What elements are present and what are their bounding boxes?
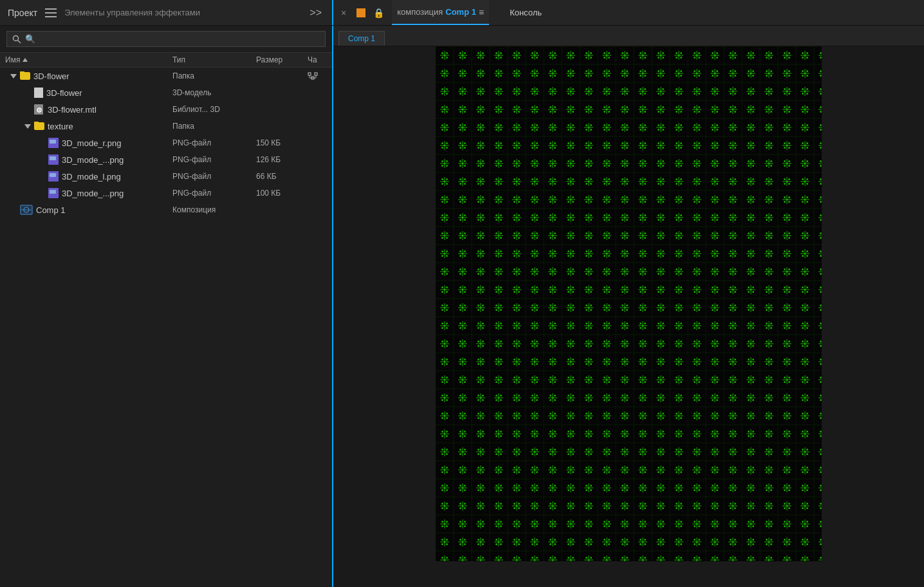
svg-point-473 bbox=[640, 88, 642, 90]
svg-point-3185 bbox=[572, 399, 574, 401]
svg-point-2525 bbox=[536, 322, 538, 324]
svg-point-909 bbox=[513, 147, 515, 149]
svg-point-4526 bbox=[712, 539, 714, 541]
svg-point-270 bbox=[531, 70, 533, 72]
svg-point-3207 bbox=[624, 397, 626, 399]
svg-point-1377 bbox=[482, 196, 484, 198]
list-item[interactable]: 3D_mode_...pngPNG-файл126 КБ bbox=[0, 151, 332, 168]
svg-point-3382 bbox=[660, 415, 662, 417]
svg-point-3478 bbox=[495, 435, 497, 437]
svg-point-2044 bbox=[536, 273, 538, 275]
svg-point-2413 bbox=[662, 304, 664, 306]
svg-point-4240 bbox=[806, 503, 808, 505]
svg-point-3318 bbox=[500, 417, 502, 419]
svg-point-3324 bbox=[513, 417, 515, 419]
list-item[interactable]: Comp 1Композиция bbox=[0, 201, 332, 218]
svg-point-4554 bbox=[784, 539, 786, 541]
svg-point-4235 bbox=[788, 507, 790, 509]
svg-point-214 bbox=[802, 52, 804, 54]
svg-point-349 bbox=[730, 75, 732, 77]
svg-point-1240 bbox=[534, 181, 536, 183]
svg-point-1778 bbox=[680, 237, 682, 239]
svg-point-2108 bbox=[696, 271, 698, 273]
svg-point-3701 bbox=[662, 449, 664, 451]
svg-point-1657 bbox=[788, 214, 790, 216]
svg-point-2577 bbox=[660, 325, 662, 327]
svg-point-3886 bbox=[714, 469, 716, 471]
svg-point-3247 bbox=[730, 399, 732, 401]
svg-point-1301 bbox=[694, 183, 696, 185]
search-input[interactable] bbox=[25, 34, 320, 44]
svg-point-1819 bbox=[784, 237, 786, 239]
tree-arrow-icon[interactable] bbox=[10, 74, 17, 79]
list-item[interactable]: 3D_mode_r.pngPNG-файл150 КБ bbox=[0, 135, 332, 151]
svg-point-2148 bbox=[802, 273, 804, 275]
list-item[interactable]: 3D-flowerПапка bbox=[0, 68, 332, 84]
composition-tab[interactable]: композиция Comp 1 ≡ bbox=[392, 0, 489, 25]
svg-point-3805 bbox=[513, 467, 515, 469]
tree-arrow-icon[interactable] bbox=[24, 124, 31, 129]
svg-point-1813 bbox=[770, 237, 772, 239]
tab-settings-icon[interactable]: ≡ bbox=[479, 7, 484, 17]
svg-point-2118 bbox=[730, 268, 732, 270]
svg-point-1659 bbox=[788, 219, 790, 221]
svg-point-2728 bbox=[644, 340, 646, 342]
svg-point-307 bbox=[622, 75, 624, 77]
svg-point-1621 bbox=[694, 214, 696, 216]
svg-point-1618 bbox=[678, 217, 680, 219]
svg-point-2129 bbox=[750, 271, 752, 273]
svg-point-302 bbox=[606, 73, 608, 75]
svg-point-4142 bbox=[554, 503, 556, 505]
svg-point-1909 bbox=[608, 250, 610, 252]
svg-point-447 bbox=[568, 93, 569, 95]
list-item[interactable]: 3D_mode_l.pngPNG-файл66 КБ bbox=[0, 168, 332, 185]
svg-point-2874 bbox=[604, 359, 605, 360]
svg-point-771 bbox=[570, 127, 572, 129]
list-item[interactable]: 3D_mode_...pngPNG-файл100 КБ bbox=[0, 185, 332, 201]
svg-point-74 bbox=[441, 52, 443, 54]
search-input-wrap[interactable] bbox=[6, 31, 326, 47]
svg-point-4614 bbox=[516, 559, 518, 561]
svg-point-2101 bbox=[678, 271, 680, 273]
svg-point-2350 bbox=[500, 304, 502, 306]
svg-point-1336 bbox=[784, 183, 786, 185]
svg-point-722 bbox=[444, 127, 446, 129]
svg-point-3193 bbox=[588, 397, 590, 399]
dependency-icon[interactable] bbox=[308, 72, 318, 82]
svg-point-3954 bbox=[477, 489, 479, 491]
svg-point-3155 bbox=[500, 395, 502, 396]
project-menu-icon[interactable] bbox=[45, 8, 57, 17]
svg-point-1961 bbox=[732, 253, 734, 255]
console-label: Консоль bbox=[510, 8, 542, 17]
svg-point-3814 bbox=[531, 471, 533, 473]
list-item[interactable]: 3D-flower.mtlБиблиот... 3D bbox=[0, 101, 332, 118]
svg-point-4709 bbox=[770, 557, 772, 559]
list-item[interactable]: 3D-flower3D-модель bbox=[0, 84, 332, 101]
svg-point-4565 bbox=[804, 541, 806, 543]
svg-point-2491 bbox=[441, 327, 443, 329]
svg-point-3273 bbox=[802, 395, 804, 396]
project-title: Проект bbox=[8, 8, 37, 18]
svg-point-2881 bbox=[622, 359, 624, 360]
svg-point-539 bbox=[806, 93, 808, 95]
comp-tab-button[interactable]: Comp 1 bbox=[338, 31, 385, 46]
expand-button[interactable]: >> bbox=[307, 7, 324, 19]
svg-point-3581 bbox=[766, 431, 768, 433]
col-name-header[interactable]: Имя bbox=[5, 55, 172, 64]
svg-point-2625 bbox=[788, 327, 790, 329]
tab-close-button[interactable]: × bbox=[338, 8, 349, 18]
svg-point-3616 bbox=[441, 449, 443, 451]
file-size: 150 КБ bbox=[256, 138, 308, 147]
svg-point-4421 bbox=[441, 539, 443, 541]
svg-point-2722 bbox=[622, 345, 624, 347]
svg-point-1118 bbox=[644, 160, 646, 162]
svg-point-2070 bbox=[608, 268, 610, 270]
svg-point-2820 bbox=[459, 363, 461, 365]
svg-point-1792 bbox=[716, 237, 718, 239]
list-item[interactable]: textureПапка bbox=[0, 118, 332, 135]
svg-point-364 bbox=[770, 75, 772, 77]
svg-point-2113 bbox=[712, 273, 714, 275]
svg-point-3191 bbox=[586, 399, 587, 401]
svg-point-1159 bbox=[748, 160, 750, 162]
svg-point-264 bbox=[518, 70, 520, 72]
